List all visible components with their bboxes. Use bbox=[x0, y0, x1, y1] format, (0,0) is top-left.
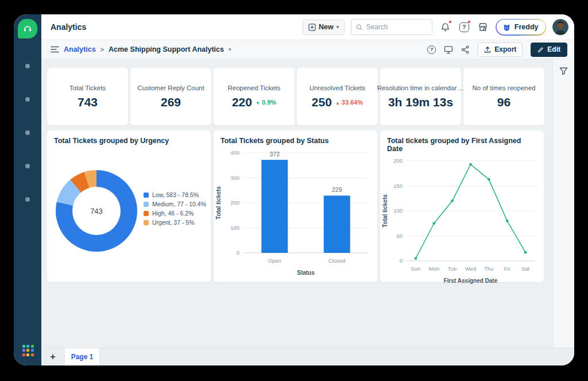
kpi-value: 3h 19m 13s bbox=[388, 95, 453, 109]
notification-badge bbox=[448, 20, 452, 24]
donut-legend: Low, 583 - 78.5% Medium, 77 - 10.4% High… bbox=[144, 190, 206, 227]
share-icon[interactable] bbox=[461, 45, 470, 54]
chevron-down-icon: ▾ bbox=[336, 24, 339, 30]
sidebar-nav-item-3[interactable] bbox=[25, 130, 30, 135]
trend-up-icon: ▲ bbox=[335, 101, 340, 106]
kpi-value: 96 bbox=[497, 95, 510, 109]
urgency-donut-card[interactable]: Total Tickets grouped by Urgency 743 Low… bbox=[47, 130, 211, 282]
notifications-bell-icon[interactable] bbox=[439, 21, 451, 33]
help-icon[interactable]: ? bbox=[458, 21, 470, 33]
export-button[interactable]: Export bbox=[478, 43, 523, 57]
kpi-times-reopened[interactable]: No of times reopened 96 bbox=[463, 68, 544, 125]
sidebar-nav-item-2[interactable] bbox=[25, 97, 30, 102]
svg-text:300: 300 bbox=[230, 175, 239, 181]
legend-item-urgent[interactable]: Urgent, 37 - 5% bbox=[144, 218, 206, 227]
svg-text:150: 150 bbox=[393, 183, 403, 189]
breadcrumb-bar: Analytics > Acme Shipping Support Analyt… bbox=[41, 40, 574, 59]
kpi-label: Resolution time in calendar ... bbox=[377, 84, 465, 91]
presentation-mode-icon[interactable] bbox=[444, 45, 453, 54]
freddy-bot-icon bbox=[502, 23, 511, 32]
kpi-resolution-time[interactable]: Resolution time in calendar ... 3h 19m 1… bbox=[380, 68, 461, 125]
trend-down-icon: ▼ bbox=[256, 101, 260, 106]
svg-text:Mon: Mon bbox=[429, 265, 439, 272]
kpi-customer-reply-count[interactable]: Customer Reply Count 269 bbox=[130, 68, 211, 125]
kpi-label: Total Tickets bbox=[69, 84, 106, 91]
charts-row: Total Tickets grouped by Urgency 743 Low… bbox=[47, 130, 544, 282]
svg-text:Open: Open bbox=[268, 257, 281, 264]
chart-title: Total Tickets grouped by Status bbox=[214, 130, 377, 145]
add-page-button[interactable]: + bbox=[41, 348, 64, 365]
pencil-icon bbox=[537, 47, 544, 53]
freshdesk-logo-icon[interactable] bbox=[18, 19, 37, 39]
pages-bar: + Page 1 bbox=[41, 348, 574, 365]
status-bar-chart[interactable]: 0100200300400OpenClosedStatusTotal ticke… bbox=[214, 145, 377, 278]
main-column: Analytics New ▾ bbox=[41, 14, 574, 365]
sidebar-nav bbox=[14, 64, 41, 230]
svg-text:372: 372 bbox=[269, 151, 280, 157]
svg-text:Sat: Sat bbox=[521, 265, 530, 272]
kpi-value: 743 bbox=[78, 95, 98, 109]
app-window: Analytics New ▾ bbox=[14, 14, 574, 365]
trend-badge-down: ▼ 0.9% bbox=[256, 99, 276, 106]
report-list-icon[interactable] bbox=[51, 46, 59, 53]
sidebar-nav-item-1[interactable] bbox=[25, 64, 30, 68]
marketplace-store-icon[interactable] bbox=[477, 21, 489, 33]
legend-swatch bbox=[144, 211, 149, 216]
breadcrumb-separator: > bbox=[100, 46, 104, 53]
plus-square-icon bbox=[308, 24, 316, 31]
svg-text:0: 0 bbox=[237, 249, 239, 256]
svg-text:First Assigned Date: First Assigned Date bbox=[444, 278, 498, 284]
svg-text:Sun: Sun bbox=[411, 265, 420, 272]
kpi-label: Reopened Tickets bbox=[227, 84, 280, 91]
edit-label: Edit bbox=[547, 45, 560, 53]
tab-page-1[interactable]: Page 1 bbox=[64, 348, 100, 365]
new-button[interactable]: New ▾ bbox=[303, 20, 345, 35]
user-avatar[interactable] bbox=[552, 19, 568, 35]
freddy-label: Freddy bbox=[514, 23, 539, 31]
chart-title: Total tickets grouped by First Assigned … bbox=[380, 130, 544, 153]
help-question-glyph: ? bbox=[459, 22, 469, 32]
legend-item-medium[interactable]: Medium, 77 - 10.4% bbox=[144, 199, 206, 209]
report-caret-icon[interactable]: ▾ bbox=[229, 47, 231, 52]
svg-text:0: 0 bbox=[400, 257, 403, 264]
legend-item-low[interactable]: Low, 583 - 78.5% bbox=[144, 190, 206, 199]
breadcrumb-report-title: Acme Shipping Support Analytics bbox=[109, 45, 224, 53]
assigned-date-line-chart-card[interactable]: Total tickets grouped by First Assigned … bbox=[380, 130, 544, 282]
report-info-icon[interactable]: ? bbox=[427, 45, 436, 54]
legend-swatch bbox=[144, 193, 149, 198]
svg-text:200: 200 bbox=[230, 199, 239, 206]
chart-title: Total Tickets grouped by Urgency bbox=[47, 130, 211, 145]
page-title: Analytics bbox=[51, 22, 86, 32]
svg-text:Total tickets: Total tickets bbox=[215, 186, 222, 220]
kpi-label: Customer Reply Count bbox=[137, 84, 204, 91]
assigned-date-line-chart[interactable]: 050100150200SunMonTueWedThuFriSatFirst A… bbox=[380, 153, 544, 286]
svg-text:Closed: Closed bbox=[328, 257, 346, 264]
search-input[interactable] bbox=[366, 23, 428, 31]
filter-funnel-icon[interactable] bbox=[559, 66, 568, 76]
svg-text:200: 200 bbox=[393, 157, 403, 164]
svg-text:Total tickets: Total tickets bbox=[382, 194, 388, 228]
kpi-label: No of times reopened bbox=[473, 84, 536, 91]
kpi-total-tickets[interactable]: Total Tickets 743 bbox=[47, 68, 128, 125]
search-box[interactable] bbox=[351, 19, 432, 35]
breadcrumb-analytics-link[interactable]: Analytics bbox=[64, 45, 96, 53]
top-header: Analytics New ▾ bbox=[41, 14, 574, 40]
trend-badge-up: ▲ 33.64% bbox=[335, 99, 363, 106]
freddy-button[interactable]: Freddy bbox=[496, 19, 546, 36]
svg-text:Tue: Tue bbox=[448, 265, 457, 272]
sidebar-nav-item-5[interactable] bbox=[25, 197, 30, 202]
app-switcher-icon[interactable] bbox=[22, 345, 34, 356]
legend-swatch bbox=[144, 202, 149, 207]
kpi-unresolved-tickets[interactable]: Unresolved Tickets 250 ▲ 33.64% bbox=[297, 68, 378, 125]
kpi-reopened-tickets[interactable]: Reopened Tickets 220 ▼ 0.9% bbox=[214, 68, 295, 125]
donut-center-label: 743 bbox=[72, 187, 121, 235]
edit-button[interactable]: Edit bbox=[531, 43, 567, 57]
kpi-label: Unresolved Tickets bbox=[310, 84, 365, 91]
svg-text:400: 400 bbox=[230, 149, 239, 156]
sidebar-nav-item-4[interactable] bbox=[25, 164, 30, 168]
status-bar-chart-card[interactable]: Total Tickets grouped by Status 01002003… bbox=[214, 130, 377, 282]
export-upload-icon bbox=[484, 46, 491, 53]
urgency-donut[interactable]: 743 bbox=[56, 170, 137, 252]
kpi-value: 250 bbox=[312, 95, 332, 109]
legend-item-high[interactable]: High, 46 - 6.2% bbox=[144, 209, 206, 218]
